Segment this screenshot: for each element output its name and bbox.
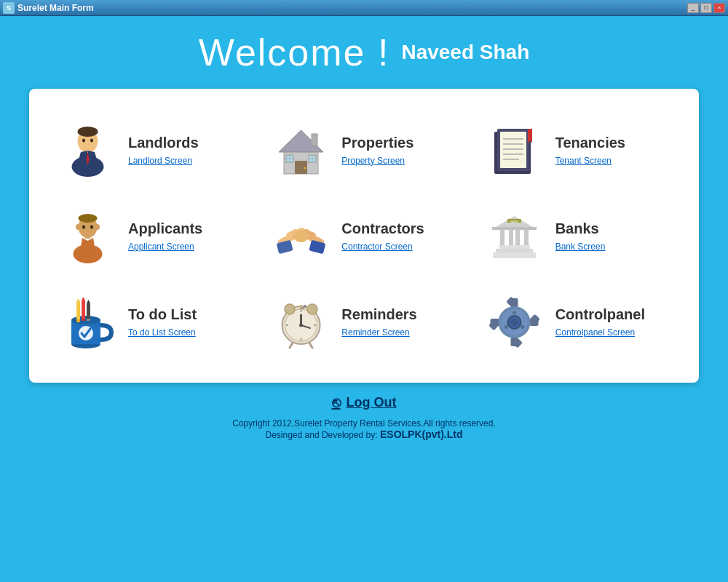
footer: Copyright 2012,Surelet Property Rental S…: [232, 418, 496, 440]
svg-rect-48: [496, 249, 533, 252]
svg-point-35: [95, 224, 100, 230]
svg-point-34: [76, 224, 80, 230]
controlpanel-title: Controlpanel: [555, 306, 645, 323]
svg-line-73: [290, 343, 293, 348]
svg-marker-62: [76, 298, 80, 302]
window-controls: _ □ ×: [687, 3, 725, 13]
logout-label[interactable]: Log Out: [347, 395, 397, 410]
user-name: Naveed Shah: [401, 41, 529, 64]
svg-point-13: [304, 167, 306, 169]
landlords-item: Landlords Landlord Screen: [44, 111, 257, 189]
applicant-icon: [58, 207, 116, 265]
title-bar-left: S Surelet Main Form: [3, 2, 94, 14]
svg-rect-50: [500, 229, 505, 245]
landlords-info: Landlords Landlord Screen: [128, 135, 199, 166]
reminder-icon: [272, 292, 330, 351]
footer-line1: Copyright 2012,Surelet Property Rental S…: [232, 418, 496, 428]
todo-title: To do List: [128, 306, 197, 323]
svg-rect-69: [87, 319, 90, 321]
svg-text:BANK: BANK: [510, 219, 518, 223]
contractors-info: Contractors Contractor Screen: [341, 220, 424, 252]
main-card: Landlords Landlord Screen: [29, 89, 699, 383]
svg-point-102: [511, 319, 518, 326]
reminder-screen-link[interactable]: Reminder Screen: [341, 327, 416, 338]
svg-point-7: [90, 138, 93, 142]
svg-rect-53: [524, 229, 529, 245]
svg-point-80: [299, 323, 303, 327]
svg-rect-64: [82, 300, 85, 321]
svg-point-36: [82, 225, 85, 228]
tenancies-info: Tenancies Tenant Screen: [555, 135, 625, 166]
svg-rect-67: [87, 303, 90, 321]
banks-title: Banks: [555, 220, 606, 237]
svg-point-82: [304, 305, 306, 308]
welcome-text: Welcome !: [199, 31, 390, 74]
properties-title: Properties: [341, 135, 414, 151]
svg-point-76: [307, 304, 317, 314]
footer-line2-pre: Desinged and Developed by:: [266, 430, 378, 440]
svg-point-33: [78, 214, 97, 223]
tenancies-title: Tenancies: [555, 135, 625, 151]
svg-rect-51: [509, 229, 513, 245]
applicant-screen-link[interactable]: Applicant Screen: [128, 242, 202, 252]
applicants-info: Applicants Applicant Screen: [128, 220, 202, 252]
banks-item: BANK Banks Bank Screen: [471, 196, 684, 275]
close-button[interactable]: ×: [713, 3, 725, 13]
landlord-screen-link[interactable]: Landlord Screen: [128, 156, 199, 166]
minimize-button[interactable]: _: [687, 3, 699, 13]
footer-line2: Desinged and Developed by: ESOLPK(pvt).L…: [232, 428, 496, 440]
svg-point-60: [71, 316, 100, 324]
contractor-screen-link[interactable]: Contractor Screen: [341, 242, 424, 252]
app-icon: S: [3, 2, 15, 14]
svg-point-75: [285, 304, 295, 314]
todo-icon: [58, 292, 116, 351]
applicants-title: Applicants: [128, 220, 202, 237]
svg-rect-23: [500, 132, 526, 168]
svg-line-74: [309, 343, 312, 348]
svg-point-99: [521, 325, 524, 329]
banks-info: Banks Bank Screen: [555, 220, 606, 252]
properties-info: Properties Property Screen: [341, 135, 414, 166]
applicants-item: Applicants Applicant Screen: [44, 196, 257, 275]
svg-point-100: [505, 325, 508, 329]
controlpanel-item: Controlpanel Controlpanel Screen: [471, 282, 684, 361]
main-background: Welcome ! Naveed Shah: [0, 16, 728, 582]
properties-item: Properties Property Screen: [257, 111, 470, 189]
svg-rect-61: [76, 302, 80, 322]
tenancy-icon: [486, 121, 544, 179]
bank-screen-link[interactable]: Bank Screen: [555, 242, 606, 252]
window-title: Surelet Main Form: [17, 3, 94, 13]
svg-rect-66: [82, 319, 85, 321]
landlord-icon: [58, 121, 116, 179]
todo-item: To do List To do List Screen: [44, 282, 257, 361]
logout-icon: ⎋: [332, 394, 341, 411]
contractors-title: Contractors: [341, 220, 424, 237]
svg-marker-65: [82, 297, 85, 300]
contractors-item: Contractors Contractor Screen: [257, 196, 470, 275]
svg-rect-55: [492, 227, 537, 230]
maximize-button[interactable]: □: [700, 3, 712, 13]
svg-rect-20: [312, 134, 317, 146]
reminders-info: Reminders Reminder Screen: [341, 306, 416, 338]
svg-rect-49: [499, 245, 530, 249]
landlords-title: Landlords: [128, 135, 199, 151]
svg-marker-68: [87, 300, 90, 303]
title-bar: S Surelet Main Form _ □ ×: [0, 0, 728, 16]
welcome-section: Welcome ! Naveed Shah: [199, 31, 530, 74]
todo-screen-link[interactable]: To do List Screen: [128, 327, 197, 338]
todo-info: To do List To do List Screen: [128, 306, 197, 338]
property-screen-link[interactable]: Property Screen: [341, 156, 414, 166]
svg-point-37: [90, 225, 93, 228]
bank-icon: BANK: [486, 207, 544, 265]
logout-section[interactable]: ⎋ Log Out: [332, 394, 397, 411]
property-icon: [272, 121, 330, 179]
svg-rect-47: [493, 252, 536, 258]
controlpanel-icon: [486, 292, 544, 351]
svg-point-44: [293, 231, 308, 242]
tenant-screen-link[interactable]: Tenant Screen: [555, 156, 625, 166]
controlpanel-info: Controlpanel Controlpanel Screen: [555, 306, 645, 338]
svg-point-98: [513, 311, 516, 314]
contractor-icon: [272, 207, 330, 265]
controlpanel-screen-link[interactable]: Controlpanel Screen: [555, 327, 645, 338]
tenancies-item: Tenancies Tenant Screen: [471, 111, 684, 189]
